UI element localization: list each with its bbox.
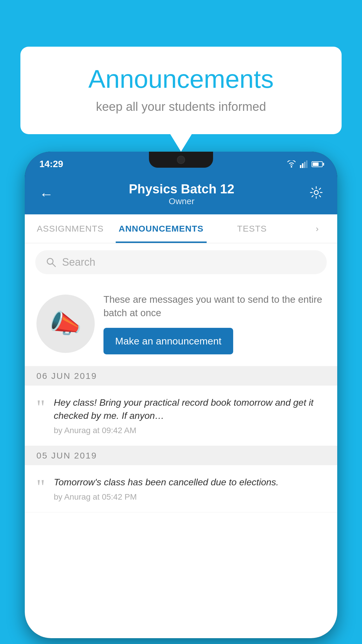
svg-rect-2 (302, 163, 303, 168)
phone-container: 14:29 (25, 152, 337, 638)
header-title-group: Physics Batch 12 Owner (53, 182, 310, 206)
tab-announcements[interactable]: ANNOUNCEMENTS (116, 214, 207, 243)
megaphone-circle: 📣 (36, 295, 95, 353)
settings-button[interactable] (310, 186, 323, 202)
content-area: Search 📣 These are messages you want to … (25, 243, 337, 638)
signal-icon (300, 160, 308, 168)
phone-notch (149, 152, 213, 168)
svg-rect-3 (304, 162, 305, 168)
announcement-message-0: Hey class! Bring your practical record b… (54, 396, 326, 422)
megaphone-icon: 📣 (49, 308, 82, 339)
announcement-message-1: Tomorrow's class has been cancelled due … (54, 476, 326, 489)
search-icon (46, 257, 56, 267)
search-container: Search (25, 243, 337, 281)
svg-point-5 (314, 190, 318, 195)
gear-icon (310, 186, 323, 199)
announcement-text-1: Tomorrow's class has been cancelled due … (54, 476, 326, 502)
svg-point-0 (291, 166, 292, 167)
tabs-bar: ASSIGNMENTS ANNOUNCEMENTS TESTS › (25, 214, 337, 243)
tab-assignments[interactable]: ASSIGNMENTS (25, 214, 116, 243)
back-button[interactable]: ← (39, 186, 53, 202)
app-header: ← Physics Batch 12 Owner (25, 174, 337, 214)
announcement-description: These are messages you want to send to t… (103, 293, 326, 320)
announcement-promo: 📣 These are messages you want to send to… (25, 281, 337, 366)
svg-line-7 (52, 264, 55, 267)
wifi-icon (287, 160, 296, 168)
search-bar[interactable]: Search (35, 250, 327, 274)
status-icons (287, 160, 323, 168)
date-divider-0: 06 JUN 2019 (25, 366, 337, 386)
svg-rect-4 (306, 160, 307, 168)
tab-tests[interactable]: TESTS (207, 214, 298, 243)
announcement-meta-1: by Anurag at 05:42 PM (54, 492, 326, 502)
tab-more[interactable]: › (297, 214, 337, 243)
phone-camera (177, 156, 185, 164)
battery-icon (312, 161, 323, 167)
announcement-text-0: Hey class! Bring your practical record b… (54, 396, 326, 435)
announcement-item-1[interactable]: " Tomorrow's class has been cancelled du… (25, 465, 337, 512)
date-divider-1: 05 JUN 2019 (25, 446, 337, 465)
phone-inner: 14:29 (25, 152, 337, 638)
speech-bubble: Announcements keep all your students inf… (20, 47, 342, 134)
announcement-item-0[interactable]: " Hey class! Bring your practical record… (25, 386, 337, 446)
batch-title: Physics Batch 12 (53, 182, 310, 196)
batch-subtitle: Owner (53, 196, 310, 206)
search-placeholder: Search (62, 256, 95, 268)
speech-bubble-container: Announcements keep all your students inf… (20, 47, 342, 134)
announcement-right: These are messages you want to send to t… (103, 293, 326, 354)
bubble-subtitle: keep all your students informed (44, 100, 318, 114)
make-announcement-button[interactable]: Make an announcement (103, 328, 233, 354)
status-time: 14:29 (39, 159, 63, 169)
quote-icon-1: " (36, 479, 45, 496)
svg-rect-1 (300, 165, 301, 168)
announcement-meta-0: by Anurag at 09:42 AM (54, 426, 326, 435)
phone-frame: 14:29 (25, 152, 337, 638)
quote-icon-0: " (36, 399, 45, 416)
battery-fill (313, 162, 319, 166)
bubble-title: Announcements (44, 64, 318, 94)
